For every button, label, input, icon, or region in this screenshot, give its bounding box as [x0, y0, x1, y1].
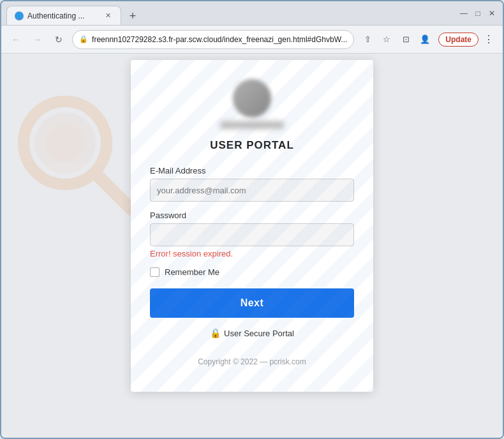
title-bar: 🌐 Authenticating ... ✕ + — □ ✕: [1, 1, 503, 26]
forward-button[interactable]: →: [29, 31, 46, 48]
back-button[interactable]: ←: [8, 31, 24, 48]
browser-window: 🌐 Authenticating ... ✕ + — □ ✕ ← → ↻ 🔒 f…: [0, 0, 504, 439]
url-text: freennn102729282.s3.fr-par.scw.cloud/ind…: [92, 35, 347, 44]
profile-icon[interactable]: 👤: [417, 31, 433, 48]
toolbar-right: Update ⋮: [438, 32, 496, 47]
next-button[interactable]: Next: [150, 288, 354, 318]
window-controls: — □ ✕: [458, 8, 498, 19]
email-form-group: E-Mail Address: [150, 166, 354, 202]
portal-title: USER PORTAL: [150, 139, 354, 152]
email-label: E-Mail Address: [150, 166, 354, 175]
new-tab-button[interactable]: +: [124, 7, 142, 25]
tab-title: Authenticating ...: [27, 11, 84, 20]
tab-area: 🌐 Authenticating ... ✕ +: [6, 1, 453, 25]
bookmark-icon[interactable]: ☆: [378, 31, 395, 48]
svg-point-1: [34, 112, 96, 174]
password-input[interactable]: [150, 223, 354, 246]
tab-close-button[interactable]: ✕: [103, 11, 113, 21]
remember-me-row: Remember Me: [150, 267, 354, 277]
close-button[interactable]: ✕: [486, 8, 498, 19]
address-bar: ← → ↻ 🔒 freennn102729282.s3.fr-par.scw.c…: [1, 26, 503, 54]
avatar-area: [150, 79, 354, 129]
address-bar-icons: ⇧ ☆ ⊡ 👤: [359, 31, 433, 48]
maximize-button[interactable]: □: [472, 8, 484, 19]
address-bar-input[interactable]: 🔒 freennn102729282.s3.fr-par.scw.cloud/i…: [72, 30, 354, 49]
magnifier-watermark: [14, 92, 142, 220]
svg-point-0: [24, 101, 107, 184]
page-content: ISP USER PORTAL: [1, 54, 503, 438]
active-tab[interactable]: 🌐 Authenticating ... ✕: [6, 6, 121, 25]
tab-favicon: 🌐: [15, 11, 24, 20]
browser-menu-button[interactable]: ⋮: [481, 32, 496, 47]
secure-text: User Secure Portal: [224, 329, 294, 338]
avatar: [233, 79, 271, 117]
error-message: Error! session expired.: [150, 249, 354, 258]
update-button[interactable]: Update: [438, 33, 478, 47]
svg-line-2: [97, 175, 132, 210]
minimize-button[interactable]: —: [458, 8, 470, 19]
password-form-group: Password Error! session expired.: [150, 211, 354, 258]
refresh-button[interactable]: ↻: [50, 31, 67, 48]
avatar-name-blur: [220, 121, 284, 129]
secure-label: 🔒 User Secure Portal: [150, 328, 354, 338]
split-view-icon[interactable]: ⊡: [397, 31, 414, 48]
svg-point-3: [46, 124, 84, 162]
copyright-text: Copyright © 2022 — pcrisk.com: [150, 357, 354, 366]
lock-icon: 🔒: [79, 35, 88, 43]
email-input[interactable]: [150, 179, 354, 202]
login-form-card: USER PORTAL E-Mail Address Password Erro…: [131, 60, 373, 392]
green-lock-icon: 🔒: [210, 328, 221, 338]
remember-me-label: Remember Me: [165, 267, 219, 277]
remember-me-checkbox[interactable]: [150, 267, 159, 277]
password-label: Password: [150, 211, 354, 220]
share-icon[interactable]: ⇧: [359, 31, 376, 48]
